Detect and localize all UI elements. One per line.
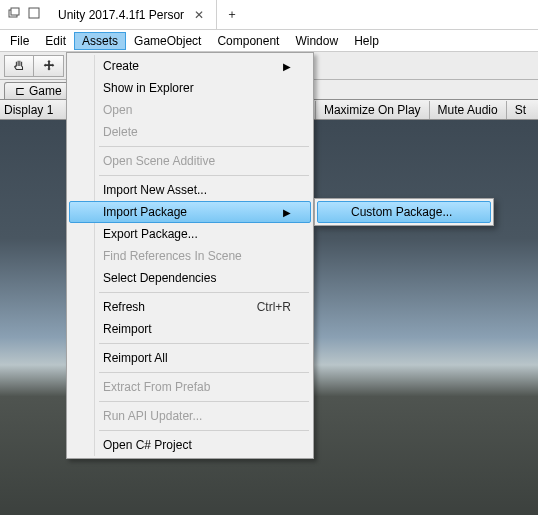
menu-item-select-dependencies[interactable]: Select Dependencies <box>69 267 311 289</box>
menu-separator <box>99 401 309 402</box>
menubar: File Edit Assets GameObject Component Wi… <box>0 30 538 52</box>
menu-item-run-api-updater: Run API Updater... <box>69 405 311 427</box>
menu-item-show-in-explorer[interactable]: Show in Explorer <box>69 77 311 99</box>
menu-item-create[interactable]: Create▶ <box>69 55 311 77</box>
menu-item-refresh[interactable]: RefreshCtrl+R <box>69 296 311 318</box>
menu-separator <box>99 175 309 176</box>
menu-separator <box>99 430 309 431</box>
menu-edit[interactable]: Edit <box>37 32 74 50</box>
menu-item-open-scene-additive: Open Scene Additive <box>69 150 311 172</box>
menu-item-import-new-asset[interactable]: Import New Asset... <box>69 179 311 201</box>
menu-help[interactable]: Help <box>346 32 387 50</box>
menu-item-import-package[interactable]: Import Package▶ <box>69 201 311 223</box>
menu-item-open: Open <box>69 99 311 121</box>
menu-separator <box>99 372 309 373</box>
app-icon <box>26 5 42 24</box>
menu-item-reimport[interactable]: Reimport <box>69 318 311 340</box>
svg-rect-1 <box>11 8 19 15</box>
menu-item-custom-package[interactable]: Custom Package... <box>317 201 491 223</box>
display-dropdown[interactable]: Display 1 <box>4 103 53 117</box>
menu-assets[interactable]: Assets <box>74 32 126 50</box>
shortcut-label: Ctrl+R <box>257 300 291 314</box>
truncated-button[interactable]: St <box>506 101 534 119</box>
svg-rect-2 <box>29 8 39 18</box>
chevron-right-icon: ▶ <box>283 61 291 72</box>
restore-icon[interactable] <box>6 5 22 24</box>
move-tool-button[interactable] <box>34 55 64 77</box>
menu-item-delete: Delete <box>69 121 311 143</box>
menu-window[interactable]: Window <box>287 32 346 50</box>
game-tab[interactable]: ⊏ Game <box>4 82 73 99</box>
game-tab-icon: ⊏ <box>15 84 25 98</box>
menu-separator <box>99 146 309 147</box>
new-tab-button[interactable]: ＋ <box>217 0 247 29</box>
menu-file[interactable]: File <box>2 32 37 50</box>
game-tab-label: Game <box>29 84 62 98</box>
menu-item-extract-from-prefab: Extract From Prefab <box>69 376 311 398</box>
chevron-right-icon: ▶ <box>283 207 291 218</box>
menu-gameobject[interactable]: GameObject <box>126 32 209 50</box>
tab-title: Unity 2017.4.1f1 Persor <box>58 8 184 22</box>
menu-item-find-references: Find References In Scene <box>69 245 311 267</box>
import-package-submenu: Custom Package... <box>314 198 494 226</box>
menu-separator <box>99 343 309 344</box>
menu-item-export-package[interactable]: Export Package... <box>69 223 311 245</box>
window-tab[interactable]: Unity 2017.4.1f1 Persor ✕ <box>48 0 217 29</box>
mute-audio-button[interactable]: Mute Audio <box>429 101 506 119</box>
menu-item-reimport-all[interactable]: Reimport All <box>69 347 311 369</box>
menu-separator <box>99 292 309 293</box>
window-controls <box>0 0 48 29</box>
titlebar: Unity 2017.4.1f1 Persor ✕ ＋ <box>0 0 538 30</box>
assets-dropdown: Create▶ Show in Explorer Open Delete Ope… <box>66 52 314 459</box>
close-icon[interactable]: ✕ <box>192 8 206 22</box>
menu-component[interactable]: Component <box>209 32 287 50</box>
hand-tool-button[interactable] <box>4 55 34 77</box>
menu-item-open-csharp-project[interactable]: Open C# Project <box>69 434 311 456</box>
maximize-on-play-button[interactable]: Maximize On Play <box>315 101 429 119</box>
